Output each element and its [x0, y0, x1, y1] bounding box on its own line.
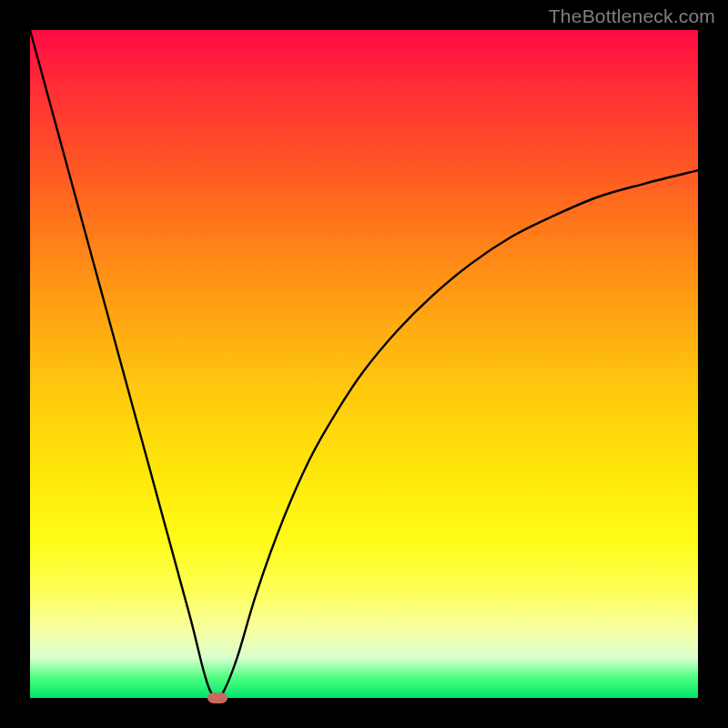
curve-svg — [30, 30, 698, 698]
watermark-text: TheBottleneck.com — [549, 5, 715, 27]
minimum-marker — [207, 693, 228, 703]
plot-area — [30, 30, 698, 698]
bottleneck-curve — [30, 30, 698, 698]
chart-frame: TheBottleneck.com — [0, 0, 728, 728]
